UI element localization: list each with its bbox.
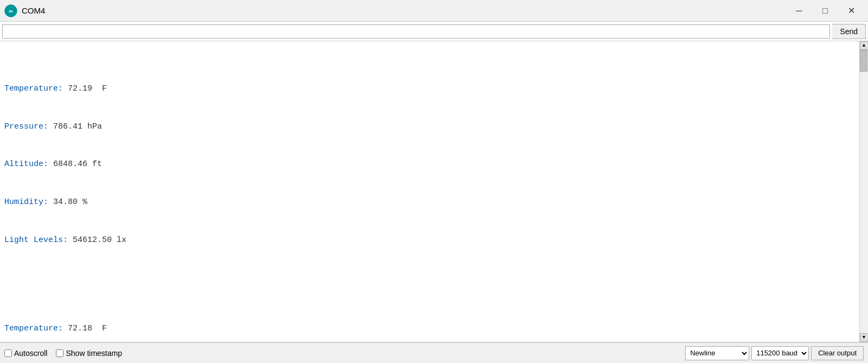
statusbar: Autoscroll Show timestamp No line ending… <box>0 342 868 363</box>
list-item: Pressure: 786.41 hPa <box>4 120 855 133</box>
list-item: Temperature: 72.18 F <box>4 322 855 335</box>
statusbar-right: No line ending Newline Carriage return B… <box>685 346 864 360</box>
list-item: Humidity: 34.80 % <box>4 196 855 208</box>
titlebar: ∞ COM4 ─ □ ✕ <box>0 0 868 22</box>
autoscroll-group[interactable]: Autoscroll <box>4 349 47 358</box>
timestamp-label: Show timestamp <box>66 349 122 358</box>
scrollbar: ▲ ▼ <box>859 41 868 342</box>
output-container: Temperature: 72.19 F Pressure: 786.41 hP… <box>0 41 868 342</box>
svg-text:∞: ∞ <box>9 7 13 14</box>
input-bar: Send <box>0 22 868 41</box>
blank-line <box>4 272 855 284</box>
autoscroll-checkbox[interactable] <box>4 349 12 357</box>
arduino-logo-icon: ∞ <box>4 4 17 17</box>
scroll-thumb[interactable] <box>860 50 867 72</box>
clear-output-button[interactable]: Clear output <box>811 346 864 360</box>
list-item: Temperature: 72.19 F <box>4 82 855 95</box>
list-item: Light Levels: 54612.50 lx <box>4 234 855 246</box>
scroll-up-arrow[interactable]: ▲ <box>860 41 869 50</box>
titlebar-controls: ─ □ ✕ <box>787 3 864 19</box>
serial-output[interactable]: Temperature: 72.19 F Pressure: 786.41 hP… <box>0 41 859 342</box>
timestamp-group[interactable]: Show timestamp <box>56 349 122 358</box>
timestamp-checkbox[interactable] <box>56 349 63 357</box>
list-item: Altitude: 6848.46 ft <box>4 158 855 170</box>
newline-select[interactable]: No line ending Newline Carriage return B… <box>685 346 749 360</box>
scroll-down-arrow[interactable]: ▼ <box>860 333 869 342</box>
close-button[interactable]: ✕ <box>839 3 864 19</box>
maximize-button[interactable]: □ <box>813 3 838 19</box>
titlebar-left: ∞ COM4 <box>4 4 45 17</box>
baud-select[interactable]: 300 baud 1200 baud 2400 baud 4800 baud 9… <box>751 346 809 360</box>
statusbar-left: Autoscroll Show timestamp <box>4 349 685 358</box>
autoscroll-label: Autoscroll <box>14 349 47 358</box>
window-title: COM4 <box>22 6 45 15</box>
scroll-track <box>860 50 868 333</box>
serial-input[interactable] <box>2 24 830 39</box>
minimize-button[interactable]: ─ <box>787 3 812 19</box>
send-button[interactable]: Send <box>832 24 866 39</box>
